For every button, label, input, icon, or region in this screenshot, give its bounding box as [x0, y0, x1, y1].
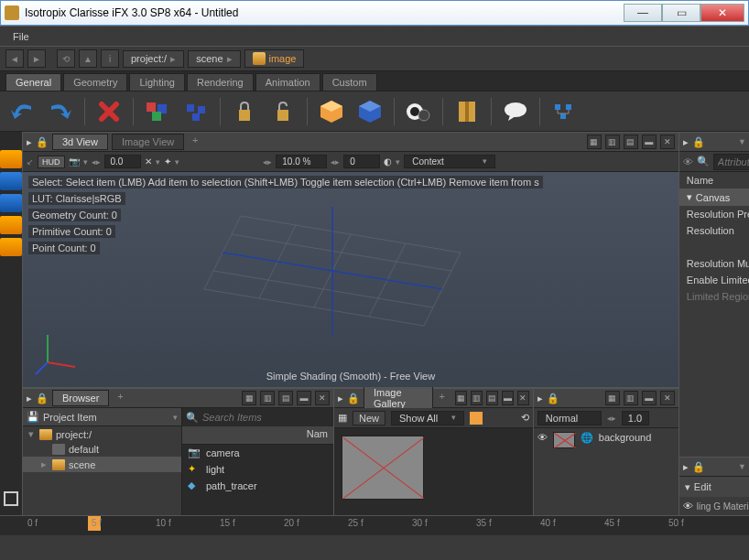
attr-resolution-multiplier[interactable]: Resolution Multiplier [679, 255, 749, 272]
layout-button[interactable]: ▬ [502, 391, 514, 405]
layout-button[interactable]: ▦ [455, 391, 467, 405]
tab-image-view[interactable]: Image View [112, 134, 184, 150]
search-items-input[interactable] [202, 412, 330, 423]
column-name[interactable]: Nam [182, 426, 333, 445]
add-tab-button[interactable]: + [437, 391, 449, 405]
panel-close-button[interactable]: ✕ [660, 135, 675, 149]
pin-icon[interactable]: ▸ [683, 461, 689, 473]
layout-button[interactable]: ▥ [260, 391, 275, 405]
nav-forward-button[interactable]: ► [27, 49, 46, 68]
vp-camera-icon[interactable]: 📷 [69, 156, 80, 167]
tool-other[interactable] [0, 238, 22, 256]
layout-4-button[interactable]: ▬ [642, 135, 657, 149]
attr-section-canvas[interactable]: ▾Canvas [679, 188, 749, 206]
lock-icon[interactable]: 🔒 [692, 461, 705, 473]
archive-button[interactable] [452, 97, 482, 126]
blend-mode-dropdown[interactable]: Normal [537, 411, 602, 425]
vp-sphere-icon[interactable]: ◐ [384, 156, 392, 167]
box-blue-button[interactable] [355, 97, 385, 126]
gallery-thumbnail[interactable] [342, 436, 424, 500]
pin-icon[interactable]: ▸ [683, 136, 689, 148]
show-all-dropdown[interactable]: Show All▾ [391, 411, 464, 425]
pin-icon[interactable]: ▸ [27, 136, 32, 148]
tree-row-project[interactable]: ▾project:/ [23, 426, 181, 442]
lock-icon[interactable]: 🔒 [36, 393, 49, 404]
eye-icon[interactable]: 👁 [683, 156, 693, 167]
lock-button[interactable] [230, 97, 259, 126]
annotate-button[interactable] [501, 97, 530, 126]
item-row[interactable]: 📷camera [182, 445, 333, 461]
viewport-3d[interactable]: Select: Select item (LMB) Add item to se… [23, 172, 678, 387]
tree-row-scene[interactable]: ▸scene [23, 457, 181, 472]
unlock-button[interactable] [268, 97, 298, 126]
layer-name[interactable]: background [599, 432, 652, 443]
nav-up-button[interactable]: ▲ [79, 49, 97, 68]
zoom-field[interactable]: 0.0 [104, 155, 141, 168]
redo-button[interactable] [46, 97, 75, 126]
breadcrumb-root[interactable]: project:/▸ [123, 50, 184, 68]
delete-button[interactable] [94, 97, 124, 126]
refresh-icon[interactable]: ⟲ [521, 412, 529, 424]
vp-magic-icon[interactable]: ✦ [164, 156, 171, 167]
tool-frame[interactable] [4, 491, 18, 506]
panel-close-button[interactable]: ✕ [315, 391, 330, 405]
timeline[interactable]: 0 f 5 f 10 f 15 f 20 f 25 f 30 f 35 f 40… [0, 515, 749, 535]
layout-button[interactable]: ▬ [642, 391, 657, 405]
attr-enable-limited-region[interactable]: Enable Limited Region [679, 272, 749, 288]
vp-tool-1[interactable]: ↙ [27, 157, 34, 167]
edit-tabs[interactable]: ling G Materialip Mailacen [697, 501, 749, 512]
tool-select[interactable] [0, 150, 22, 168]
shelf-tab-animation[interactable]: Animation [255, 73, 320, 91]
lock-icon[interactable]: 🔒 [547, 393, 559, 404]
frame-field[interactable]: 0 [343, 155, 380, 168]
box-orange-button[interactable] [317, 97, 346, 126]
project-item-label[interactable]: Project Item [43, 412, 97, 423]
render-settings-button[interactable] [404, 97, 433, 126]
layout-button[interactable]: ▥ [471, 391, 483, 405]
attributes-filter-input[interactable] [713, 154, 749, 170]
add-tab-button[interactable]: + [188, 135, 202, 149]
tab-3d-view[interactable]: 3d View [52, 134, 108, 150]
nav-home-button[interactable]: ⟲ [57, 49, 75, 68]
pin-icon[interactable]: ▸ [27, 393, 32, 404]
tree-row-default[interactable]: default [23, 442, 181, 457]
layout-button[interactable]: ▤ [278, 391, 293, 405]
tab-browser[interactable]: Browser [52, 390, 109, 406]
layer-thumbnail[interactable] [553, 432, 575, 448]
maximize-button[interactable]: ▭ [662, 4, 700, 22]
context-dropdown[interactable]: Context ▾ [404, 155, 495, 168]
breadcrumb-image[interactable]: image [244, 49, 305, 68]
dropdown-icon[interactable]: ▼ [738, 462, 746, 471]
tool-rotate[interactable] [0, 194, 22, 212]
gallery-grid-icon[interactable]: ▦ [338, 412, 347, 424]
shelf-tab-custom[interactable]: Custom [322, 73, 377, 91]
hierarchy-button[interactable] [549, 97, 579, 126]
shelf-tab-rendering[interactable]: Rendering [187, 73, 254, 91]
gallery-color-icon[interactable] [470, 412, 483, 425]
nav-back-button[interactable]: ◄ [5, 49, 24, 68]
panel-close-button[interactable]: ✕ [660, 391, 675, 405]
percent-field[interactable]: 10.0 % [276, 155, 327, 168]
layout-button[interactable]: ▬ [297, 391, 311, 405]
eye-icon[interactable]: 👁 [537, 432, 548, 443]
menu-file[interactable]: File [7, 29, 35, 44]
add-tab-button[interactable]: + [113, 391, 127, 405]
opacity-field[interactable]: 1.0 [622, 411, 649, 425]
item-row[interactable]: ◆path_tracer [182, 478, 333, 494]
shelf-tab-general[interactable]: General [5, 73, 61, 91]
panel-close-button[interactable]: ✕ [517, 391, 529, 405]
close-button[interactable]: ✕ [700, 4, 744, 22]
scatter-button[interactable] [181, 97, 211, 126]
lock-icon[interactable]: 🔒 [347, 393, 360, 404]
layout-button[interactable]: ▦ [242, 391, 256, 405]
lock-icon[interactable]: 🔒 [36, 136, 49, 148]
new-button[interactable]: New [353, 411, 385, 425]
layout-button[interactable]: ▦ [605, 391, 620, 405]
layout-3-button[interactable]: ▤ [624, 135, 638, 149]
pin-icon[interactable]: ▸ [338, 393, 343, 404]
undo-button[interactable] [7, 97, 37, 126]
lock-icon[interactable]: 🔒 [692, 136, 705, 148]
vp-tools-icon[interactable]: ✕ [145, 156, 152, 167]
breadcrumb-scene[interactable]: scene▸ [188, 50, 240, 68]
layout-button[interactable]: ▤ [486, 391, 498, 405]
